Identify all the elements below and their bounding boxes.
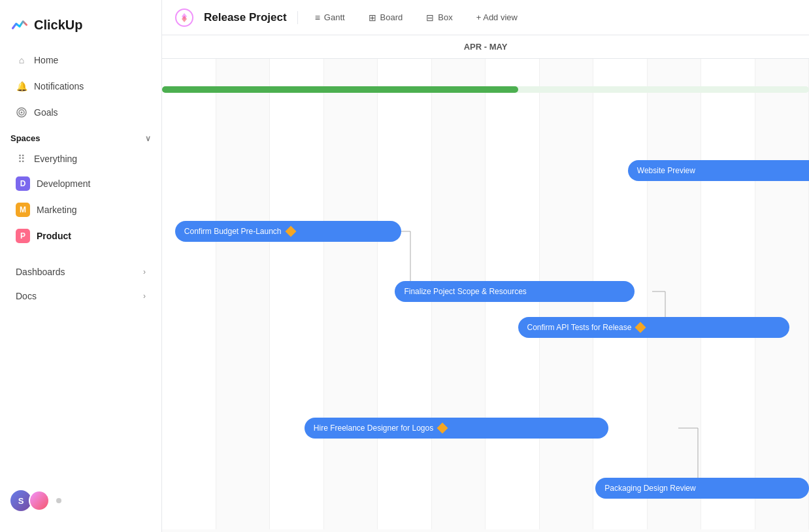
topbar: Release Project ≡ Gantt ⊞ Board ⊟ Box + …: [162, 0, 809, 35]
tab-box-label: Box: [438, 12, 452, 22]
svg-point-2: [21, 112, 23, 114]
diamond-hire-designer: [437, 423, 448, 434]
diamond-confirm-budget: [285, 226, 296, 237]
gantt-bar-packaging-design[interactable]: Packaging Design Review: [595, 478, 809, 499]
sidebar-bottom: S: [0, 480, 161, 522]
grid-icon: ⠿: [16, 153, 27, 165]
space-badge-p: P: [16, 229, 30, 243]
spaces-header: Spaces ∨: [0, 125, 161, 147]
divider: [297, 11, 298, 24]
grid-col-3: [270, 59, 324, 529]
bar-label-confirm-budget: Confirm Budget Pre-Launch: [184, 227, 282, 236]
space-badge-m: M: [16, 203, 30, 217]
app-name: ClickUp: [34, 18, 82, 33]
tab-board-label: Board: [380, 12, 403, 22]
tab-box[interactable]: ⊟ Box: [420, 9, 459, 26]
home-icon: ⌂: [16, 54, 27, 66]
gantt-icon: ≡: [315, 12, 320, 23]
section-item-dashboards[interactable]: Dashboards ›: [5, 260, 156, 284]
space-item-marketing[interactable]: M Marketing: [5, 197, 156, 222]
status-dot: [56, 498, 61, 503]
space-item-development[interactable]: D Development: [5, 171, 156, 196]
grid-col-11: [701, 59, 755, 529]
add-view-label: + Add view: [476, 12, 518, 22]
gantt-period-label: APR - MAY: [162, 35, 809, 59]
add-view-button[interactable]: + Add view: [470, 9, 524, 25]
docs-label: Docs: [16, 291, 37, 301]
tab-board[interactable]: ⊞ Board: [362, 9, 410, 26]
space-label-everything: Everything: [34, 154, 77, 164]
bell-icon: 🔔: [16, 80, 27, 92]
progress-bar-fill: [162, 86, 518, 93]
bar-label-website-preview: Website Preview: [637, 166, 695, 175]
bar-label-packaging-design: Packaging Design Review: [604, 484, 695, 493]
space-item-everything[interactable]: ⠿ Everything: [5, 148, 156, 170]
gantt-bar-confirm-api[interactable]: Confirm API Tests for Release: [518, 317, 790, 338]
project-title: Release Project: [204, 11, 287, 24]
gantt-bar-website-preview[interactable]: Website Preview: [628, 160, 809, 181]
progress-bar-track: [162, 86, 809, 93]
bar-label-finalize-scope: Finalize Poject Scope & Resources: [404, 287, 526, 296]
chevron-down-icon[interactable]: ∨: [145, 134, 151, 143]
bar-label-hire-designer: Hire Freelance Designer for Logos: [314, 424, 433, 433]
chevron-right-icon: ›: [143, 267, 146, 276]
tab-gantt[interactable]: ≡ Gantt: [308, 9, 352, 26]
nav-label-home: Home: [34, 55, 58, 65]
space-label-development: Development: [37, 178, 91, 189]
logo-area: ClickUp: [0, 10, 161, 47]
grid-col-1: [162, 59, 216, 529]
grid-col-4: [324, 59, 378, 529]
tab-gantt-label: Gantt: [324, 12, 345, 22]
chevron-right-icon-docs: ›: [143, 291, 146, 301]
nav-item-home[interactable]: ⌂ Home: [5, 48, 156, 73]
project-icon: [175, 8, 193, 27]
grid-col-12: [755, 59, 810, 529]
main-content: Release Project ≡ Gantt ⊞ Board ⊟ Box + …: [162, 0, 809, 532]
space-label-marketing: Marketing: [37, 205, 76, 215]
gantt-bar-finalize-scope[interactable]: Finalize Poject Scope & Resources: [395, 281, 634, 302]
grid-col-10: [648, 59, 702, 529]
box-icon: ⊟: [426, 12, 434, 23]
dashboards-label: Dashboards: [16, 267, 65, 277]
gantt-bar-confirm-budget[interactable]: Confirm Budget Pre-Launch: [175, 221, 402, 242]
avatar-photo[interactable]: [29, 490, 50, 511]
grid-col-2: [216, 59, 271, 529]
spaces-label: Spaces: [10, 133, 41, 143]
target-icon: [16, 107, 27, 118]
space-label-product: Product: [37, 231, 71, 241]
nav-item-goals[interactable]: Goals: [5, 100, 156, 125]
gantt-grid: Website Preview Confirm Budget Pre-Launc…: [162, 59, 809, 529]
board-icon: ⊞: [369, 12, 376, 23]
gantt-container: APR - MAY: [162, 35, 809, 532]
bar-label-confirm-api: Confirm API Tests for Release: [527, 323, 632, 332]
diamond-confirm-api: [635, 322, 646, 333]
space-badge-d: D: [16, 176, 30, 191]
nav-label-goals: Goals: [34, 107, 58, 118]
space-item-product[interactable]: P Product: [5, 224, 156, 248]
sidebar: ClickUp ⌂ Home 🔔 Notifications Goals Spa…: [0, 0, 162, 532]
gantt-bar-hire-designer[interactable]: Hire Freelance Designer for Logos: [305, 418, 608, 439]
nav-item-notifications[interactable]: 🔔 Notifications: [5, 74, 156, 99]
nav-label-notifications: Notifications: [34, 81, 84, 91]
clickup-logo-icon: [10, 16, 29, 34]
section-item-docs[interactable]: Docs ›: [5, 284, 156, 308]
